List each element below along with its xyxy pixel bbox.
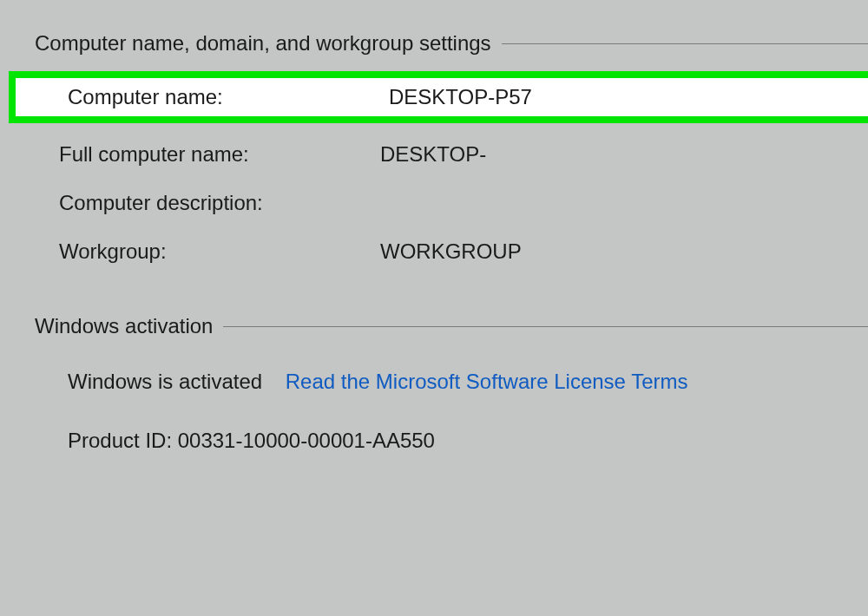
label-full-computer-name: Full computer name: (0, 142, 380, 167)
section-header-computer: Computer name, domain, and workgroup set… (0, 31, 868, 56)
section-header-activation: Windows activation (0, 314, 868, 338)
product-id-line: Product ID: 00331-10000-00001-AA550 (68, 429, 868, 453)
value-computer-name: DESKTOP-P57 (389, 85, 868, 109)
value-computer-description (380, 191, 868, 215)
row-computer-description: Computer description: (0, 179, 868, 227)
divider (502, 43, 868, 44)
divider (223, 326, 868, 327)
product-id-label: Product ID: (68, 429, 172, 452)
value-full-computer-name: DESKTOP- (380, 142, 868, 167)
product-id-value: 00331-10000-00001-AA550 (178, 429, 435, 452)
value-workgroup: WORKGROUP (380, 239, 868, 264)
row-workgroup: Workgroup: WORKGROUP (0, 227, 868, 276)
license-terms-link[interactable]: Read the Microsoft Software License Term… (286, 370, 688, 393)
section-title-computer: Computer name, domain, and workgroup set… (35, 31, 491, 56)
label-computer-description: Computer description: (0, 191, 380, 215)
activation-status-text: Windows is activated (68, 370, 262, 393)
label-computer-name: Computer name: (16, 85, 389, 109)
highlighted-row: Computer name: DESKTOP-P57 (9, 71, 868, 123)
activation-status-line: Windows is activated Read the Microsoft … (68, 370, 868, 394)
row-full-computer-name: Full computer name: DESKTOP- (0, 130, 868, 179)
section-title-activation: Windows activation (35, 314, 213, 338)
label-workgroup: Workgroup: (0, 239, 380, 264)
row-computer-name: Computer name: DESKTOP-P57 (16, 78, 868, 116)
